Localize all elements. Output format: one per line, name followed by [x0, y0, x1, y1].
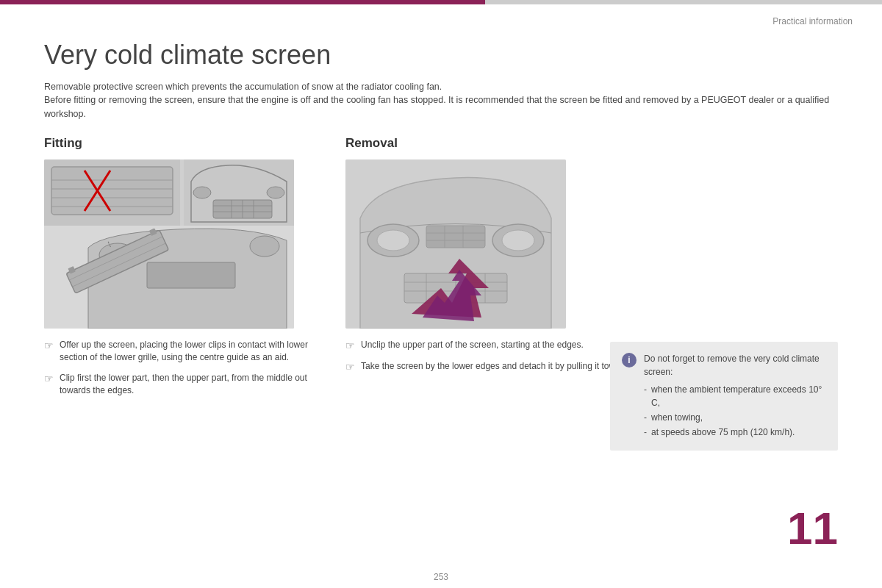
- svg-rect-21: [147, 262, 235, 288]
- section-title: Practical information: [772, 16, 853, 26]
- fitting-title: Fitting: [44, 136, 323, 151]
- page-title: Very cold climate screen: [44, 40, 838, 70]
- svg-rect-33: [426, 226, 485, 248]
- chapter-number: 11: [787, 506, 838, 551]
- removal-illustration: [345, 159, 566, 329]
- top-accent-bar: [0, 0, 882, 4]
- svg-point-32: [502, 230, 534, 251]
- dash-symbol-1: -: [644, 383, 647, 409]
- svg-point-10: [193, 187, 211, 198]
- main-content: Very cold climate screen Removable prote…: [44, 40, 838, 559]
- fitting-illustration: [44, 159, 294, 329]
- intro-line2: Before fitting or removing the screen, e…: [44, 93, 838, 121]
- info-box: i Do not forget to remove the very cold …: [610, 342, 838, 451]
- info-dash-item-1: - when the ambient temperature exceeds 1…: [644, 383, 826, 409]
- svg-point-31: [377, 230, 409, 251]
- info-box-inner: i Do not forget to remove the very cold …: [622, 352, 826, 440]
- fitting-bullet-list: ☞ Offer up the screen, placing the lower…: [44, 339, 323, 398]
- info-dash-list: - when the ambient temperature exceeds 1…: [644, 383, 826, 439]
- svg-rect-2: [51, 167, 173, 215]
- bullet-symbol-4: ☞: [345, 359, 355, 374]
- fitting-section: Fitting: [44, 136, 323, 405]
- section-header: Practical information: [772, 4, 853, 26]
- dash-symbol-3: -: [644, 426, 647, 439]
- removal-image: [345, 159, 566, 329]
- removal-title: Removal: [345, 136, 838, 151]
- fitting-bullet-1: ☞ Offer up the screen, placing the lower…: [44, 339, 323, 365]
- info-box-text: Do not forget to remove the very cold cl…: [644, 352, 826, 440]
- svg-point-11: [267, 187, 284, 198]
- intro-text: Removable protective screen which preven…: [44, 80, 838, 121]
- info-dash-item-2: - when towing,: [644, 411, 826, 424]
- page-number: 253: [434, 572, 448, 582]
- svg-point-20: [250, 236, 279, 257]
- info-icon: i: [622, 353, 637, 368]
- bullet-symbol-2: ☞: [44, 371, 54, 386]
- info-main-text: Do not forget to remove the very cold cl…: [644, 352, 826, 379]
- bullet-symbol-1: ☞: [44, 338, 54, 353]
- dash-symbol-2: -: [644, 411, 647, 424]
- fitting-bullet-2: ☞ Clip first the lower part, then the up…: [44, 372, 323, 398]
- bullet-symbol-3: ☞: [345, 338, 355, 353]
- fitting-image: [44, 159, 294, 329]
- intro-line1: Removable protective screen which preven…: [44, 80, 838, 94]
- info-dash-item-3: - at speeds above 75 mph (120 km/h).: [644, 426, 826, 439]
